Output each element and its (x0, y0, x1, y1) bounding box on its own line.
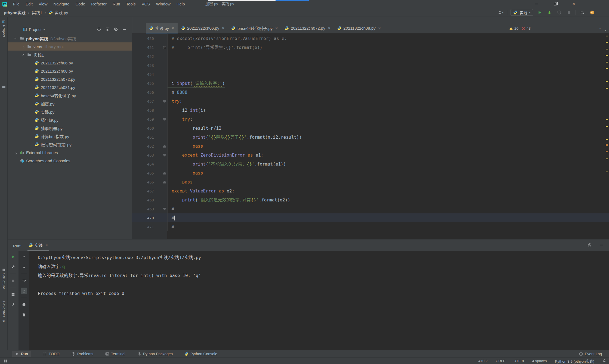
collapse-all-button[interactable] (104, 26, 111, 33)
chevron-down-icon[interactable]: ▾ (44, 28, 45, 31)
warning-stripe-mark[interactable] (606, 119, 608, 120)
tree-item[interactable]: 20211322ch08.py (8, 67, 132, 75)
close-icon[interactable]: ✕ (45, 243, 48, 247)
error-stripe-mark[interactable] (606, 151, 608, 152)
menu-tools[interactable]: Tools (123, 0, 139, 8)
tool-button-project[interactable]: Project (0, 20, 8, 38)
fold-marker-icon[interactable] (163, 208, 166, 210)
tool-button-structure[interactable]: Structure (0, 268, 8, 289)
warning-stripe-mark[interactable] (606, 68, 608, 69)
down-stack-trace-button[interactable] (21, 264, 27, 270)
warning-stripe-mark[interactable] (606, 55, 608, 56)
run-console[interactable]: D:\pthyon实践\venv\Scripts\python.exe D:/p… (29, 251, 609, 350)
chevron-icon[interactable] (15, 37, 18, 40)
tree-item[interactable]: base64转化例子.py (8, 91, 132, 99)
code-line[interactable]: 468 print('输入的是无效的数字,异常{}'.format(e2)) (132, 195, 609, 204)
code-line[interactable]: 459 try: (132, 115, 609, 124)
close-icon[interactable]: ✕ (222, 26, 225, 30)
fold-marker-icon[interactable] (163, 46, 166, 49)
code-editor[interactable]: 450# except(ZeroDivisionError,ValueError… (132, 33, 609, 239)
menu-file[interactable]: File (10, 0, 23, 8)
event-log-button[interactable]: Event Log (579, 352, 609, 356)
pin-tab-button[interactable] (10, 301, 16, 308)
chevron-icon[interactable] (22, 53, 25, 56)
code-line[interactable]: 463 except ZeroDivisionError as e1: (132, 151, 609, 160)
restore-button[interactable] (552, 1, 558, 7)
soft-wrap-button[interactable] (21, 278, 27, 284)
debug-button[interactable] (546, 9, 553, 16)
code-line[interactable]: 450# except(ZeroDivisionError,ValueError… (132, 34, 609, 43)
line-separator[interactable]: CRLF (496, 359, 505, 363)
tool-window-switcher-icon[interactable] (2, 358, 9, 364)
code-line[interactable]: 470# (132, 213, 609, 222)
fold-marker-icon[interactable] (163, 118, 166, 121)
project-panel-title[interactable]: Project (29, 27, 42, 32)
editor-tab[interactable]: 实践.py✕ (146, 23, 178, 33)
code-line[interactable]: 461 print('{}除以{}等于{}'.format(n,i2,resul… (132, 133, 609, 142)
warning-stripe-mark[interactable] (606, 42, 608, 43)
close-button[interactable]: ✕ (571, 1, 577, 7)
tree-item[interactable]: 账号密码锁定'.py (8, 140, 132, 148)
code-line[interactable]: 452 (132, 52, 609, 61)
scroll-to-end-button[interactable] (21, 288, 27, 294)
code-line[interactable]: 454 (132, 70, 609, 79)
code-line[interactable]: 456n=8888 (132, 88, 609, 97)
code-line[interactable]: 458 i2=int(i) (132, 106, 609, 115)
chevron-icon[interactable] (15, 151, 18, 154)
run-config-selector[interactable]: 实践 ▾ (511, 9, 533, 16)
up-stack-trace-button[interactable] (21, 254, 27, 260)
inspections-widget[interactable]: 20 43 (509, 26, 531, 30)
folder-icon[interactable] (0, 85, 8, 89)
fold-marker-icon[interactable] (163, 100, 166, 103)
breadcrumb-item[interactable]: 实践1 (32, 10, 42, 15)
warning-stripe-mark[interactable] (606, 158, 608, 159)
warning-stripe-mark[interactable] (606, 81, 608, 82)
code-line[interactable]: 467except ValueError as e2: (132, 186, 609, 195)
tree-item[interactable]: 20211322ch081.py (8, 83, 132, 91)
editor-tab[interactable]: 20211322ch072.py✕ (281, 23, 334, 33)
warning-stripe-mark[interactable] (606, 172, 608, 172)
tool-button-todo[interactable]: TODO (43, 352, 60, 356)
tool-button-favorites[interactable]: Favorites ★ (0, 301, 8, 323)
tree-item[interactable]: pthyon实践D:\pthyon实践 (8, 34, 132, 42)
code-line[interactable]: 464 print('不能输入0,异常：{}'.format(e1)) (132, 160, 609, 169)
menu-edit[interactable]: Edit (23, 0, 36, 8)
tool-button-problems[interactable]: Problems (72, 352, 93, 356)
code-line[interactable]: 465 pass (132, 169, 609, 178)
file-encoding[interactable]: UTF-8 (514, 359, 524, 363)
breadcrumb-item[interactable]: pthyon实践 (4, 10, 26, 15)
code-line[interactable]: 469# (132, 204, 609, 213)
code-line[interactable]: 451# print('异常发生:{}'.format(e)) (132, 43, 609, 52)
close-icon[interactable]: ✕ (378, 26, 381, 30)
warning-stripe-mark[interactable] (606, 49, 608, 49)
fold-marker-icon[interactable] (163, 181, 166, 183)
editor-tab[interactable]: 20211322ch08.py✕ (334, 23, 384, 33)
menu-help[interactable]: Help (174, 0, 188, 8)
code-line[interactable]: 455i=input('请输入数字:') (132, 79, 609, 88)
run-button[interactable] (536, 9, 543, 16)
tree-item[interactable]: venvlibrary root (8, 42, 132, 51)
menu-run[interactable]: Run (110, 0, 123, 8)
tool-button-python-console[interactable]: Python Console (185, 352, 217, 356)
tree-item[interactable]: 计算bmi指数.py (8, 132, 132, 140)
tree-item[interactable]: External Libraries (8, 148, 132, 157)
chevron-icon[interactable] (22, 45, 25, 48)
code-line[interactable]: 462 pass (132, 142, 609, 151)
warning-stripe-mark[interactable] (606, 62, 608, 63)
menu-vcs[interactable]: VCS (139, 0, 153, 8)
python-interpreter[interactable]: Python 3.9 (pthyon实践) (555, 358, 594, 364)
stop-process-button[interactable] (10, 278, 16, 284)
tree-item[interactable]: 实践.py (8, 108, 132, 116)
close-icon[interactable]: ✕ (171, 26, 174, 30)
menu-view[interactable]: View (36, 0, 50, 8)
tree-item[interactable]: 20211322ch072.py (8, 75, 132, 83)
clear-console-button[interactable] (21, 312, 27, 318)
tree-item[interactable]: Scratches and Consoles (8, 157, 132, 165)
fold-marker-icon[interactable] (163, 154, 166, 157)
panel-settings-button[interactable] (113, 26, 119, 33)
warning-stripe-mark[interactable] (606, 126, 608, 127)
tree-item[interactable]: 20211322ch06.py (8, 59, 132, 67)
user-icon[interactable]: ▾ (497, 9, 504, 16)
close-icon[interactable]: ✕ (275, 26, 278, 30)
run-tab[interactable]: 实践 ✕ (27, 242, 49, 251)
